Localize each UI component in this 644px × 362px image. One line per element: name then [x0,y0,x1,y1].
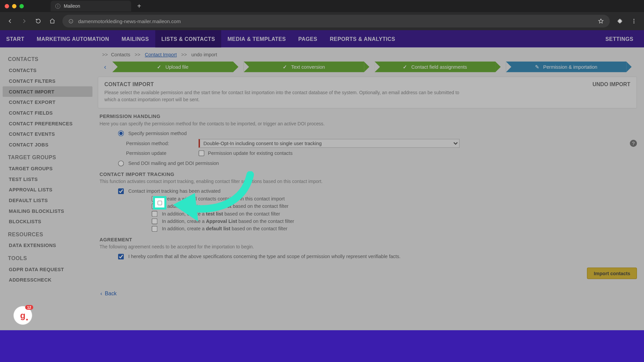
radio-specify-method-label: Specify permission method [128,130,186,136]
check-icon [403,64,407,70]
chevron-left-icon: ‹ [100,290,102,296]
cbx-create-approval-list[interactable] [152,218,157,224]
sidebar-item-gdpr[interactable]: GDPR DATA REQUEST [3,264,93,275]
cbx-agreement[interactable] [118,254,124,259]
check-icon [283,64,287,70]
support-widget[interactable]: g 12 [13,306,32,325]
reload-button[interactable] [34,17,42,25]
widget-logo-icon: g [20,310,25,321]
radio-send-doi[interactable] [118,160,124,166]
nav-start[interactable]: START [0,30,31,47]
nav-back-button[interactable] [6,17,14,25]
menu-button[interactable] [630,17,638,25]
sidebar-item-contact-import[interactable]: CONTACT IMPORT [3,86,93,97]
step-field-assignments[interactable]: Contact field assignments [375,62,495,72]
radio-specify-method[interactable] [118,130,124,136]
step-permission-importation[interactable]: Permission & importation [506,62,626,72]
stepper-back-icon[interactable]: ‹ [98,63,112,71]
cbx-tracking-activated[interactable] [118,188,124,194]
permission-update-label: Permission update [126,150,193,156]
sidebar-item-mailing-blocklists[interactable]: MAILING BLOCKLISTS [3,206,93,217]
cbx-create-mailing-list[interactable] [152,203,157,209]
permission-method-select[interactable]: Double-Opt-In including consent to singl… [199,139,460,147]
bookmark-star-icon[interactable] [598,18,604,24]
sidebar-item-contact-preferences[interactable]: CONTACT PREFERENCES [3,118,93,129]
maximize-window-icon[interactable] [19,4,24,8]
sidebar-item-target-groups[interactable]: TARGET GROUPS [3,163,93,174]
svg-point-2 [634,21,635,22]
permission-update-checkbox[interactable] [199,150,204,156]
nav-forward-button[interactable] [20,17,28,25]
import-contacts-button[interactable]: Import contacts [587,267,637,279]
main-content: >> Contacts >> Contact Import >> undo im… [95,47,644,330]
nav-media[interactable]: MEDIA & TEMPLATES [221,30,292,47]
help-icon[interactable]: ? [630,139,637,146]
sidebar-header-tools: TOOLS [3,251,93,264]
minimize-window-icon[interactable] [12,4,16,8]
widget-badge-count: 12 [25,305,33,310]
nav-lists-contacts[interactable]: LISTS & CONTACTS [155,30,221,47]
sidebar-item-contact-jobs[interactable]: CONTACT JOBS [3,139,93,150]
header-panel: CONTACT IMPORT Please select the availab… [98,76,637,108]
svg-point-3 [634,22,635,23]
nav-mailings[interactable]: MAILINGS [115,30,155,47]
nav-reports[interactable]: REPORTS & ANALYTICS [324,30,401,47]
sidebar-item-data-extensions[interactable]: DATA EXTENSIONS [3,240,93,251]
globe-icon [55,4,60,9]
nav-marketing[interactable]: MARKETING AUTOMATION [31,30,115,47]
breadcrumb: >> Contacts >> Contact Import >> undo im… [98,50,637,61]
new-tab-button[interactable]: + [137,2,141,10]
section-permission-desc: Here you can specify the permission meth… [100,121,637,126]
crumb-contacts[interactable]: Contacts [111,52,130,57]
agreement-text: I hereby confirm that all the above spec… [128,254,400,259]
step-upload-file[interactable]: Upload file [112,62,233,72]
section-tracking-title: CONTACT IMPORT TRACKING [100,171,637,177]
sidebar-header-target-groups: TARGET GROUPS [3,150,93,163]
sidebar-item-addresscheck[interactable]: ADDRESSCHECK [3,275,93,285]
cbx-create-filter[interactable] [152,196,157,201]
back-link[interactable]: ‹ Back [100,290,637,296]
sidebar-item-contact-events[interactable]: CONTACT EVENTS [3,129,93,139]
section-agreement-desc: The following agreement needs to be acce… [100,244,637,249]
address-bar[interactable]: damenmotorkleding-news-mailer.maileon.co… [62,15,610,27]
main-nav: START MARKETING AUTOMATION MAILINGS LIST… [0,30,644,47]
check-icon [157,64,161,70]
page-description: Please select the available permission a… [104,89,472,104]
browser-toolbar: damenmotorkleding-news-mailer.maileon.co… [0,12,644,30]
permission-method-label: Permission method: [126,140,193,146]
browser-tab[interactable]: Maileon [51,1,131,11]
svg-point-1 [634,19,635,20]
sidebar-item-test-lists[interactable]: TEST LISTS [3,174,93,185]
cbx-tracking-activated-label: Contact import tracking has been activat… [128,188,220,194]
radio-send-doi-label: Send DOI mailing and get DOI permission [128,161,219,166]
crumb-contact-import[interactable]: Contact Import [145,52,177,57]
sidebar: CONTACTS CONTACTS CONTACT FILTERS CONTAC… [0,47,95,330]
extensions-button[interactable] [616,17,624,25]
edit-icon [535,64,539,70]
sidebar-item-contact-fields[interactable]: CONTACT FIELDS [3,108,93,118]
sidebar-item-contact-filters[interactable]: CONTACT FILTERS [3,76,93,86]
section-tracking-desc: This function activates contact import t… [100,178,637,184]
step-text-conversion[interactable]: Text conversion [244,62,364,72]
nav-settings[interactable]: SETTINGS [601,30,638,47]
site-info-icon [68,19,73,24]
sidebar-item-approval-lists[interactable]: APPROVAL LISTS [3,184,93,195]
home-button[interactable] [48,17,56,25]
section-agreement-title: AGREEMENT [100,237,637,242]
tab-title: Maileon [64,3,80,9]
browser-chrome: Maileon + damenmotorkleding-news-mailer.… [0,0,644,30]
cbx-create-test-list[interactable] [152,211,157,217]
sidebar-item-default-lists[interactable]: DEFAULT LISTS [3,195,93,206]
undo-import-link[interactable]: UNDO IMPORT [593,81,631,87]
sidebar-item-blocklists[interactable]: BLOCKLISTS [3,216,93,227]
wizard-stepper: ‹ Upload file Text conversion Contact fi… [98,62,637,72]
cbx-create-default-list[interactable] [152,226,157,232]
sidebar-item-contact-export[interactable]: CONTACT EXPORT [3,97,93,108]
page-title: CONTACT IMPORT [104,81,472,87]
section-permission-title: PERMISSION HANDLING [100,114,637,119]
crumb-undo-import: undo import [192,52,217,57]
nav-pages[interactable]: PAGES [292,30,324,47]
url-text: damenmotorkleding-news-mailer.maileon.co… [78,18,181,24]
close-window-icon[interactable] [5,4,9,8]
sidebar-item-contacts[interactable]: CONTACTS [3,65,93,76]
